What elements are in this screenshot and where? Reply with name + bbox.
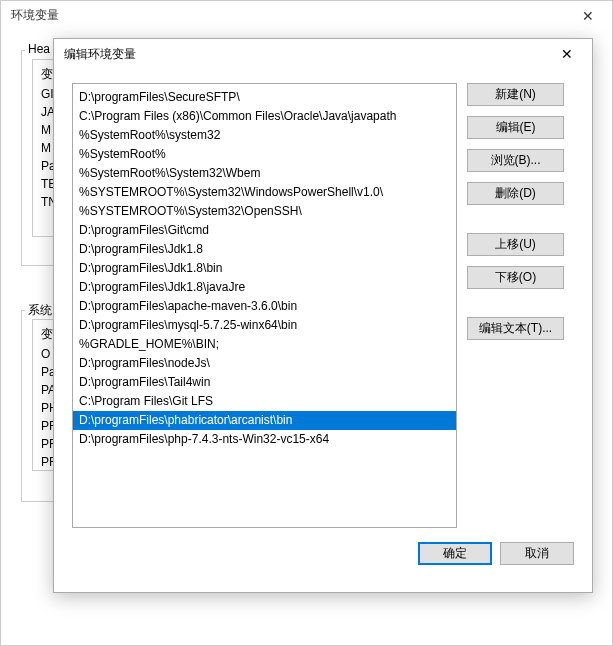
inner-main-row: D:\programFiles\SecureSFTP\C:\Program Fi… (72, 83, 574, 528)
edit-env-var-dialog: 编辑环境变量 ✕ D:\programFiles\SecureSFTP\C:\P… (53, 38, 593, 593)
new-button[interactable]: 新建(N) (467, 83, 564, 106)
ok-button[interactable]: 确定 (418, 542, 492, 565)
edit-button[interactable]: 编辑(E) (467, 116, 564, 139)
path-entry[interactable]: D:\programFiles\nodeJs\ (73, 354, 456, 373)
path-entry[interactable]: D:\programFiles\phabricator\arcanist\bin (73, 411, 456, 430)
path-entry[interactable]: C:\Program Files (x86)\Common Files\Orac… (73, 107, 456, 126)
path-entry[interactable]: D:\programFiles\apache-maven-3.6.0\bin (73, 297, 456, 316)
side-button-column: 新建(N) 编辑(E) 浏览(B)... 删除(D) 上移(U) 下移(O) 编… (467, 83, 564, 528)
path-entry[interactable]: %SYSTEMROOT%\System32\WindowsPowerShell\… (73, 183, 456, 202)
path-entry[interactable]: D:\programFiles\Git\cmd (73, 221, 456, 240)
delete-button[interactable]: 删除(D) (467, 182, 564, 205)
move-up-button[interactable]: 上移(U) (467, 233, 564, 256)
path-entry[interactable]: C:\Program Files\Git LFS (73, 392, 456, 411)
user-vars-legend: Hea (25, 42, 53, 56)
path-entry[interactable]: %SYSTEMROOT%\System32\OpenSSH\ (73, 202, 456, 221)
move-down-button[interactable]: 下移(O) (467, 266, 564, 289)
inner-titlebar: 编辑环境变量 ✕ (54, 39, 592, 69)
path-entry[interactable]: D:\programFiles\php-7.4.3-nts-Win32-vc15… (73, 430, 456, 449)
path-entry[interactable]: %SystemRoot%\System32\Wbem (73, 164, 456, 183)
path-entry[interactable]: D:\programFiles\Tail4win (73, 373, 456, 392)
path-entry[interactable]: D:\programFiles\Jdk1.8\bin (73, 259, 456, 278)
path-entry[interactable]: D:\programFiles\mysql-5.7.25-winx64\bin (73, 316, 456, 335)
close-icon[interactable]: ✕ (574, 8, 602, 24)
path-entry[interactable]: %SystemRoot% (73, 145, 456, 164)
browse-button[interactable]: 浏览(B)... (467, 149, 564, 172)
inner-button-row: 确定 取消 (72, 542, 574, 565)
cancel-button[interactable]: 取消 (500, 542, 574, 565)
path-entry[interactable]: %SystemRoot%\system32 (73, 126, 456, 145)
path-entry[interactable]: %GRADLE_HOME%\BIN; (73, 335, 456, 354)
close-icon[interactable]: ✕ (546, 40, 588, 68)
path-entry[interactable]: D:\programFiles\Jdk1.8 (73, 240, 456, 259)
edit-text-button[interactable]: 编辑文本(T)... (467, 317, 564, 340)
system-vars-legend: 系统 (25, 302, 55, 319)
spacer (467, 299, 564, 307)
path-entries-listbox[interactable]: D:\programFiles\SecureSFTP\C:\Program Fi… (72, 83, 457, 528)
path-entry[interactable]: D:\programFiles\SecureSFTP\ (73, 88, 456, 107)
inner-body: D:\programFiles\SecureSFTP\C:\Program Fi… (54, 69, 592, 577)
inner-title-text: 编辑环境变量 (64, 46, 136, 63)
outer-titlebar: 环境变量 ✕ (1, 1, 612, 30)
path-entry[interactable]: D:\programFiles\Jdk1.8\javaJre (73, 278, 456, 297)
spacer (467, 215, 564, 223)
outer-title-text: 环境变量 (11, 7, 59, 24)
